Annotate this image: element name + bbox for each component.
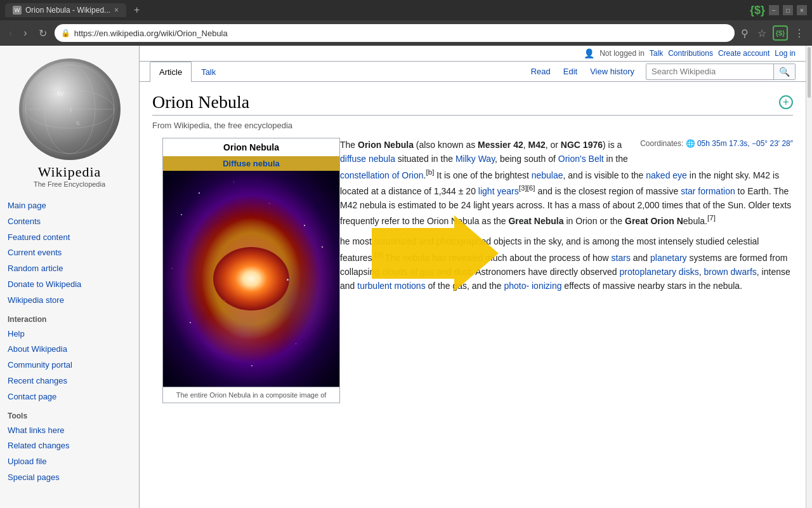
article-layout: Orion Nebula Diffuse nebula (152, 138, 793, 410)
sidebar-item-upload[interactable]: Upload file (8, 454, 131, 470)
tab-actions: Read Edit View history 🔍 (525, 63, 796, 80)
link-photo-ionizing[interactable]: photo- ionizing (504, 281, 561, 291)
svg-text:K: K (76, 120, 81, 126)
interaction-label: Interaction (8, 315, 131, 324)
link-diffuse-nebula[interactable]: diffuse nebula (340, 154, 395, 164)
infobox-title: Orion Nebula (163, 138, 339, 156)
extension-button[interactable]: {$} (773, 25, 788, 41)
link-light-years[interactable]: light years (478, 185, 519, 196)
page-tabs: Article Talk Read Edit View history 🔍 (140, 62, 806, 82)
link-brown-dwarfs[interactable]: brown dwarfs (704, 267, 757, 277)
minimize-button[interactable]: − (769, 5, 779, 15)
footnote-7: [7] (707, 213, 716, 222)
link-constellation-orion[interactable]: constellation of Orion (340, 170, 424, 180)
infobox-caption: The entire Orion Nebula in a composite i… (163, 387, 339, 403)
svg-text:I: I (70, 107, 72, 114)
lock-icon: 🔒 (61, 29, 70, 37)
sidebar-item-related-changes[interactable]: Related changes (8, 438, 131, 454)
create-account-link[interactable]: Create account (718, 49, 769, 58)
right-scrollbar[interactable] (806, 46, 812, 508)
link-naked-eye[interactable]: naked eye (646, 170, 687, 180)
tab-title: Orion Nebula - Wikiped... (25, 6, 110, 15)
user-icon: 👤 (584, 48, 594, 58)
globe-svg: W I K (22, 62, 117, 157)
tab-edit[interactable]: Edit (557, 63, 584, 80)
sidebar-item-community[interactable]: Community portal (8, 358, 131, 373)
sidebar: W I K Wikipedia The Free Encyclopedia Ma… (0, 46, 140, 508)
tab-view-history[interactable]: View history (584, 63, 641, 80)
tab-read[interactable]: Read (525, 63, 557, 80)
sidebar-item-special[interactable]: Special pages (8, 470, 131, 486)
article-text: Coordinates: 🌐 05h 35m 17.3s, −05° 23′ 2… (340, 138, 793, 293)
tools-label: Tools (8, 411, 131, 420)
tab-talk[interactable]: Talk (192, 62, 225, 82)
contributions-link[interactable]: Contributions (668, 49, 713, 58)
expand-button[interactable]: + (779, 95, 793, 109)
nebula-visual (163, 171, 339, 387)
infobox-header[interactable]: Diffuse nebula (163, 156, 339, 171)
sidebar-item-contents[interactable]: Contents (8, 214, 131, 230)
sidebar-item-random[interactable]: Random article (8, 261, 131, 277)
article-title-text: Orion Nebula (152, 92, 249, 112)
search-input[interactable] (646, 64, 773, 79)
search-box: 🔍 (646, 64, 796, 80)
sidebar-item-help[interactable]: Help (8, 326, 131, 342)
link-orions-belt[interactable]: Orion's Belt (558, 154, 604, 164)
maximize-button[interactable]: □ (783, 5, 793, 15)
sidebar-item-recent-changes[interactable]: Recent changes (8, 373, 131, 389)
forward-button[interactable]: › (20, 25, 30, 41)
sidebar-item-donate[interactable]: Donate to Wikipedia (8, 277, 131, 293)
close-button[interactable]: × (797, 5, 807, 15)
link-milky-way[interactable]: Milky Way (455, 154, 495, 164)
wiki-wordmark: Wikipedia (38, 164, 102, 180)
address-text: https://en.wikipedia.org/wiki/Orion_Nebu… (74, 29, 228, 38)
new-tab-button[interactable]: + (129, 2, 145, 18)
search-button[interactable]: 🔍 (773, 64, 795, 79)
browser-toolbar: ‹ › ↻ 🔒 https://en.wikipedia.org/wiki/Or… (0, 20, 812, 46)
sidebar-item-store[interactable]: Wikipedia store (8, 293, 131, 309)
star-button[interactable]: ☆ (755, 25, 769, 42)
page-wrapper: W I K Wikipedia The Free Encyclopedia Ma… (0, 46, 812, 508)
sidebar-item-about[interactable]: About Wikipedia (8, 342, 131, 358)
link-planetary[interactable]: planetary (650, 252, 687, 262)
sidebar-item-current-events[interactable]: Current events (8, 245, 131, 261)
tab-article[interactable]: Article (150, 62, 192, 82)
tab-close-button[interactable]: × (114, 6, 119, 15)
wiki-globe: W I K (19, 58, 121, 160)
scrollbar-thumb[interactable] (808, 47, 811, 98)
tab-favicon: W (13, 6, 22, 15)
login-link[interactable]: Log in (775, 49, 796, 58)
link-stars[interactable]: stars (612, 252, 631, 262)
browser-tab[interactable]: W Orion Nebula - Wikiped... × (5, 3, 126, 17)
toolbar-icons: ⚲ ☆ {$} ⋮ (738, 25, 807, 42)
back-button[interactable]: ‹ (5, 25, 16, 41)
nebula-stars (163, 171, 339, 387)
text-ebula: ebula (683, 216, 705, 226)
svg-text:W: W (57, 90, 65, 98)
bold-orion-nebula: Orion Nebula (358, 140, 414, 150)
link-protoplanetary[interactable]: protoplanetary disks (619, 267, 698, 277)
titlebar-controls: {$} − □ × (750, 4, 807, 17)
sidebar-item-what-links[interactable]: What links here (8, 423, 131, 439)
bold-ngc: NGC 1976 (561, 140, 603, 150)
sidebar-item-contact[interactable]: Contact page (8, 389, 131, 405)
bold-great-orion: Great Orion N (625, 216, 683, 226)
footnote-b: [b] (426, 168, 434, 176)
link-star-formation[interactable]: star formation (681, 185, 735, 196)
sidebar-item-featured[interactable]: Featured content (8, 230, 131, 246)
reload-button[interactable]: ↻ (35, 25, 51, 42)
article-subtitle: From Wikipedia, the free encyclopedia (152, 121, 793, 130)
infobox-image (163, 171, 339, 387)
address-bar[interactable]: 🔒 https://en.wikipedia.org/wiki/Orion_Ne… (55, 24, 735, 42)
bold-m42: M42 (528, 140, 545, 150)
sidebar-item-main-page[interactable]: Main page (8, 198, 131, 214)
wiki-globe-inner: W I K (22, 62, 117, 157)
link-nebulae[interactable]: nebulae (532, 170, 563, 180)
bookmark-search-button[interactable]: ⚲ (738, 25, 751, 42)
coordinates-value[interactable]: 05h 35m 17.3s, −05° 23′ 28″ (697, 139, 793, 148)
talk-link[interactable]: Talk (650, 49, 663, 58)
article-text-column: Coordinates: 🌐 05h 35m 17.3s, −05° 23′ 2… (340, 138, 793, 410)
menu-button[interactable]: ⋮ (792, 25, 807, 42)
article-title: Orion Nebula + (152, 92, 793, 116)
extension-icon[interactable]: {$} (750, 4, 765, 17)
